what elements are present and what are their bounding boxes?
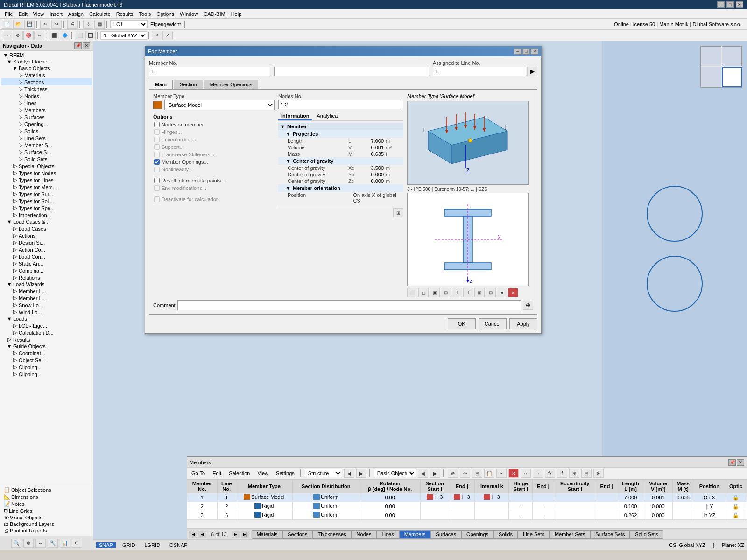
comment-input[interactable] xyxy=(177,300,521,310)
tb2-4[interactable]: ↔ xyxy=(34,31,44,40)
nav-first[interactable]: |◀ xyxy=(189,531,197,538)
nav-close[interactable]: ✕ xyxy=(83,42,90,49)
tb-m5[interactable]: ✂ xyxy=(496,469,507,478)
snap-status[interactable]: SNAP xyxy=(96,542,116,548)
tab-lines[interactable]: Lines xyxy=(376,530,399,539)
nav-member-l1[interactable]: ▷Member L... xyxy=(1,287,92,294)
nav-btn-3[interactable]: ↔ xyxy=(35,539,46,548)
member-extra-input[interactable] xyxy=(274,67,429,76)
nav-calc-d[interactable]: ▷Calculation D... xyxy=(1,329,92,336)
tb2-10[interactable]: ↗ xyxy=(162,31,173,40)
nav-combina[interactable]: ▷Combina... xyxy=(1,267,92,274)
menu-window[interactable]: Window xyxy=(177,10,201,18)
tab-members[interactable]: Members xyxy=(399,530,431,539)
dialog-minimize[interactable]: ─ xyxy=(514,48,521,55)
table-row-1[interactable]: 1 1 Surface Model Uniform 0.00 I 3 I 3 I… xyxy=(187,493,747,502)
apply-button[interactable]: Apply xyxy=(509,318,537,329)
ok-button[interactable]: OK xyxy=(448,318,476,329)
minimize-btn[interactable]: ─ xyxy=(717,1,725,8)
bo-prev[interactable]: ◀ xyxy=(418,469,428,478)
tb-m9[interactable]: fx xyxy=(545,469,555,478)
nav-actions[interactable]: ▷Actions xyxy=(1,232,92,239)
tb-open[interactable]: 📂 xyxy=(13,20,23,29)
assigned-line-btn[interactable]: ▶ xyxy=(527,67,537,76)
menu-file[interactable]: File xyxy=(2,10,16,18)
tab-solids[interactable]: Solids xyxy=(493,530,518,539)
menu-cad-bim[interactable]: CAD-BIM xyxy=(201,10,228,18)
tb2-2[interactable]: ⊕ xyxy=(13,31,23,40)
member-type-select[interactable]: Surface Model xyxy=(164,100,275,110)
tb2-3[interactable]: 🎯 xyxy=(23,31,34,40)
tb-m6[interactable]: ✕ xyxy=(508,469,519,478)
tab-sections[interactable]: Sections xyxy=(282,530,312,539)
menu-help[interactable]: Help xyxy=(228,10,245,18)
cb-result-input[interactable] xyxy=(154,178,160,183)
nav-btn-1[interactable]: 🔍 xyxy=(11,539,21,548)
nav-loads[interactable]: ▼Loads xyxy=(1,315,92,322)
tb-undo[interactable]: ↩ xyxy=(40,20,50,29)
nav-dimensions[interactable]: 📐Dimensions xyxy=(2,493,91,500)
nav-clipping2[interactable]: ▷Clipping... xyxy=(1,371,92,378)
nav-btn-6[interactable]: ⚙ xyxy=(72,539,82,548)
tb2-5[interactable]: ⬛ xyxy=(49,31,59,40)
viz-btn-1[interactable]: ⬜ xyxy=(407,288,417,297)
structure-dropdown[interactable]: Structure xyxy=(305,469,342,477)
menu-assign[interactable]: Assign xyxy=(65,10,86,18)
nav-materials[interactable]: ▷Materials xyxy=(1,71,92,78)
nav-btn-5[interactable]: 📊 xyxy=(60,539,70,548)
members-close[interactable]: ✕ xyxy=(737,459,744,466)
nav-special[interactable]: ▷Special Objects xyxy=(1,162,92,169)
tb-cursor[interactable]: ⊹ xyxy=(83,20,93,29)
lgrid-status[interactable]: LGRID xyxy=(141,542,163,548)
nav-types-spe[interactable]: ▷Types for Spe... xyxy=(1,204,92,211)
close-btn[interactable]: ✕ xyxy=(736,1,743,8)
nav-load-wizards[interactable]: ▼Load Wizards xyxy=(1,281,92,287)
viz-btn-9[interactable]: ▾ xyxy=(497,288,507,297)
members-pin[interactable]: 📌 xyxy=(728,459,736,466)
assigned-line-input[interactable] xyxy=(433,67,526,76)
nav-action-co[interactable]: ▷Action Co... xyxy=(1,246,92,253)
tab-surface-sets[interactable]: Surface Sets xyxy=(590,530,630,539)
info-grid-btn[interactable]: ⊞ xyxy=(393,208,403,217)
nav-static-an[interactable]: ▷Static An... xyxy=(1,260,92,267)
tab-section[interactable]: Section xyxy=(174,80,203,89)
nav-openings[interactable]: ▷Opening... xyxy=(1,120,92,127)
nav-guide[interactable]: ▼Guide Objects xyxy=(1,343,92,350)
table-row-3[interactable]: 3 6 Rigid Uniform 0.00 -- -- xyxy=(187,511,747,520)
menu-edit[interactable]: Edit xyxy=(16,10,30,18)
menu-tools[interactable]: Tools xyxy=(136,10,154,18)
nav-types-lines[interactable]: ▷Types for Lines xyxy=(1,176,92,183)
nav-member-l2[interactable]: ▷Member L... xyxy=(1,294,92,301)
nav-btn-2[interactable]: ⊕ xyxy=(23,539,34,548)
nav-visual-objects[interactable]: 👁Visual Objects xyxy=(2,514,91,521)
tb-m8[interactable]: → xyxy=(533,469,543,478)
nav-results[interactable]: ▷Results xyxy=(1,336,92,343)
nav-types-mem[interactable]: ▷Types for Mem... xyxy=(1,183,92,190)
tb2-7[interactable]: ⬜ xyxy=(75,31,85,40)
nav-thickness[interactable]: ▷Thickness xyxy=(1,85,92,92)
viz-btn-4[interactable]: ⊟ xyxy=(441,288,451,297)
nav-types-soli[interactable]: ▷Types for Soli... xyxy=(1,197,92,204)
grid-status[interactable]: GRID xyxy=(120,542,138,548)
nav-nodes[interactable]: ▷Nodes xyxy=(1,92,92,99)
nav-stabtyp[interactable]: ▼Stabtyp Fläche... xyxy=(1,58,92,65)
selection-menu[interactable]: Selection xyxy=(226,469,253,477)
nav-pin[interactable]: 📌 xyxy=(74,42,82,49)
menu-options[interactable]: Options xyxy=(154,10,177,18)
nav-printout[interactable]: 🖨Printout Reports xyxy=(2,527,91,534)
tab-thicknesses[interactable]: Thicknesses xyxy=(312,530,351,539)
lc-dropdown[interactable]: LC1 xyxy=(110,20,148,28)
tb-m11[interactable]: ⊞ xyxy=(569,469,579,478)
nav-notes[interactable]: 📝Notes xyxy=(2,500,91,507)
cb-nodes-input[interactable] xyxy=(154,122,160,127)
tab-solid-sets[interactable]: Solid Sets xyxy=(630,530,663,539)
nav-sections[interactable]: ▷Sections xyxy=(1,78,92,85)
tb2-1[interactable]: ✦ xyxy=(2,31,12,40)
nav-load-cases[interactable]: ▼Load Cases &... xyxy=(1,218,92,225)
view-dropdown[interactable]: 1 - Global XYZ xyxy=(100,31,147,40)
tb-m1[interactable]: ⊕ xyxy=(448,469,458,478)
viz-btn-6[interactable]: T xyxy=(463,288,473,297)
nav-coordinat[interactable]: ▷Coordinat... xyxy=(1,350,92,357)
settings-menu[interactable]: Settings xyxy=(273,469,297,477)
dialog-close[interactable]: ✕ xyxy=(531,48,538,55)
